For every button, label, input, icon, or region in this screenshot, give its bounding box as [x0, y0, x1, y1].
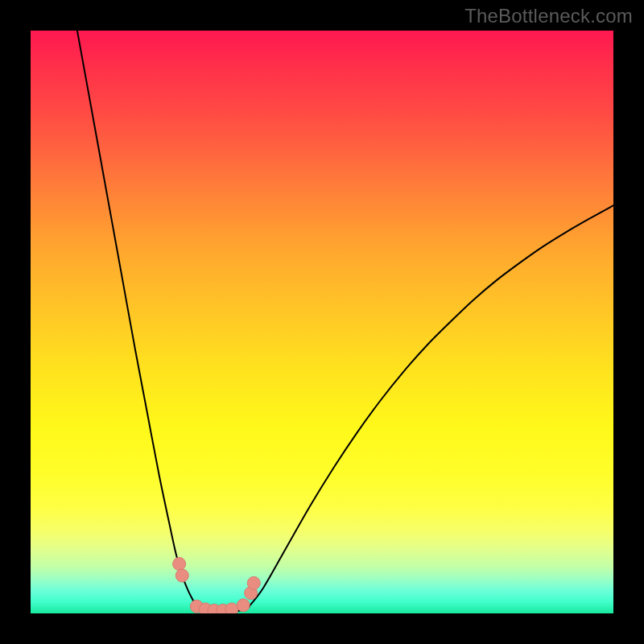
data-marker	[247, 576, 260, 589]
chart-frame: TheBottleneck.com	[0, 0, 644, 644]
curve-series	[77, 31, 613, 613]
chart-svg	[31, 31, 613, 613]
data-marker	[173, 557, 186, 570]
chart-plot-area	[31, 31, 613, 613]
data-marker	[175, 569, 188, 582]
data-marker	[225, 603, 238, 613]
data-marker	[237, 599, 250, 612]
watermark-text: TheBottleneck.com	[464, 5, 633, 27]
bottleneck-curve	[77, 31, 613, 613]
